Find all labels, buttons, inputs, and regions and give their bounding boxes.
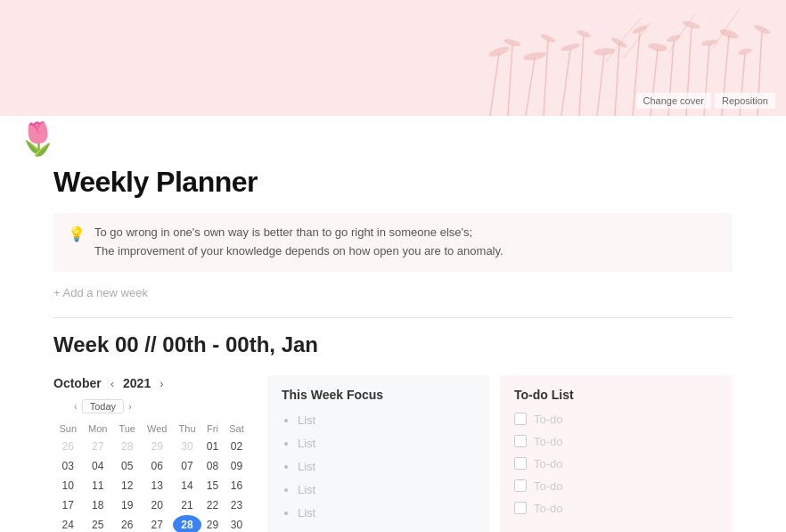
reposition-button[interactable]: Reposition xyxy=(715,93,775,109)
calendar-day[interactable]: 30 xyxy=(173,437,201,456)
focus-list: ListListListListList xyxy=(282,413,475,522)
focus-list-item[interactable]: List xyxy=(298,482,475,498)
todo-label[interactable]: To-do xyxy=(534,457,563,471)
week-title: Week 00 // 00th - 00th, Jan xyxy=(53,332,733,357)
calendar-day[interactable]: 22 xyxy=(201,495,224,515)
calendar-day[interactable]: 21 xyxy=(173,495,201,515)
next-month-button[interactable]: › xyxy=(156,375,167,392)
quote-icon: 💡 xyxy=(68,225,86,242)
calendar-day[interactable]: 17 xyxy=(53,495,82,515)
calendar-today-row: ‹ Today › xyxy=(71,399,250,413)
todo-list-item: To-do xyxy=(514,457,718,471)
calendar-day[interactable]: 04 xyxy=(82,456,113,476)
focus-list-item[interactable]: List xyxy=(298,459,475,475)
calendar-day[interactable]: 28 xyxy=(173,515,201,532)
calendar-day[interactable]: 13 xyxy=(141,476,173,495)
todo-panel: To-do List To-doTo-doTo-doTo-doTo-do xyxy=(500,375,733,532)
calendar-day[interactable]: 23 xyxy=(224,495,250,515)
cal-header-thu: Thu xyxy=(173,421,201,437)
calendar-day[interactable]: 19 xyxy=(113,495,141,515)
focus-panel: This Week Focus ListListListListList xyxy=(267,375,489,532)
calendar-day[interactable]: 05 xyxy=(113,456,141,476)
quote-text: To go wrong in one's own way is better t… xyxy=(94,224,504,261)
focus-list-item[interactable]: List xyxy=(298,413,475,429)
calendar-day[interactable]: 15 xyxy=(201,476,224,495)
todo-list-item: To-do xyxy=(514,502,718,515)
calendar-day[interactable]: 26 xyxy=(113,515,141,532)
calendar-day[interactable]: 30 xyxy=(224,515,250,532)
todo-checkbox[interactable] xyxy=(514,435,527,447)
week-grid: October ‹ 2021 › ‹ Today › Sun Mon Tue xyxy=(53,375,733,532)
focus-panel-title: This Week Focus xyxy=(282,388,475,402)
calendar-day[interactable]: 12 xyxy=(113,476,141,495)
todo-checkbox[interactable] xyxy=(514,479,527,492)
calendar-day[interactable]: 26 xyxy=(53,437,82,456)
cover-image: Change cover Reposition xyxy=(0,0,786,116)
todo-checkbox[interactable] xyxy=(514,457,527,470)
calendar-day[interactable]: 07 xyxy=(173,456,201,476)
calendar-day[interactable]: 16 xyxy=(224,476,250,495)
cal-header-sat: Sat xyxy=(224,421,250,437)
cal-header-fri: Fri xyxy=(201,421,224,437)
calendar-day[interactable]: 27 xyxy=(82,437,113,456)
calendar-day[interactable]: 25 xyxy=(82,515,113,532)
cal-header-wed: Wed xyxy=(141,421,173,437)
calendar-day[interactable]: 09 xyxy=(224,456,250,476)
calendar-day[interactable]: 18 xyxy=(82,495,113,515)
calendar-day[interactable]: 06 xyxy=(141,456,173,476)
focus-list-item[interactable]: List xyxy=(298,436,475,452)
todo-panel-title: To-do List xyxy=(514,388,718,402)
todo-checkbox[interactable] xyxy=(514,413,527,425)
todo-list: To-doTo-doTo-doTo-doTo-do xyxy=(514,413,718,515)
todo-label[interactable]: To-do xyxy=(534,479,563,493)
todo-label[interactable]: To-do xyxy=(534,502,563,515)
calendar-day[interactable]: 10 xyxy=(53,476,82,495)
calendar-day[interactable]: 28 xyxy=(113,437,141,456)
calendar-day[interactable]: 27 xyxy=(141,515,173,532)
next-week-button[interactable]: › xyxy=(126,400,135,413)
calendar-table: Sun Mon Tue Wed Thu Fri Sat 262728293001… xyxy=(53,421,250,532)
calendar-day[interactable]: 11 xyxy=(82,476,113,495)
cal-header-mon: Mon xyxy=(82,421,113,437)
calendar-day[interactable]: 29 xyxy=(141,437,173,456)
calendar-day[interactable]: 08 xyxy=(201,456,224,476)
calendar-day[interactable]: 01 xyxy=(201,437,224,456)
page-icon: 🌷 xyxy=(0,116,786,155)
quote-block: 💡 To go wrong in one's own way is better… xyxy=(53,213,733,272)
calendar-day[interactable]: 03 xyxy=(53,456,82,476)
calendar-day[interactable]: 29 xyxy=(201,515,224,532)
todo-list-item: To-do xyxy=(514,435,718,448)
prev-month-button[interactable]: ‹ xyxy=(107,375,118,392)
calendar-day[interactable]: 02 xyxy=(224,437,250,456)
focus-list-item[interactable]: List xyxy=(298,505,475,521)
week-section: Week 00 // 00th - 00th, Jan October ‹ 20… xyxy=(53,317,733,532)
todo-checkbox[interactable] xyxy=(514,502,527,514)
calendar-header: October ‹ 2021 › xyxy=(53,375,250,392)
prev-week-button[interactable]: ‹ xyxy=(71,400,80,413)
todo-list-item: To-do xyxy=(514,413,718,426)
calendar-day[interactable]: 20 xyxy=(141,495,173,515)
todo-label[interactable]: To-do xyxy=(534,435,563,448)
calendar-day[interactable]: 14 xyxy=(173,476,201,495)
calendar-day[interactable]: 24 xyxy=(53,515,82,532)
todo-list-item: To-do xyxy=(514,479,718,493)
change-cover-button[interactable]: Change cover xyxy=(636,93,712,109)
page-title: Weekly Planner xyxy=(53,166,733,199)
cal-header-tue: Tue xyxy=(113,421,141,437)
calendar-panel: October ‹ 2021 › ‹ Today › Sun Mon Tue xyxy=(53,375,267,532)
cal-header-sun: Sun xyxy=(53,421,82,437)
today-button[interactable]: Today xyxy=(82,399,124,413)
todo-label[interactable]: To-do xyxy=(534,413,563,426)
calendar-month: October xyxy=(53,376,102,390)
calendar-year: 2021 xyxy=(123,376,151,390)
add-week-button[interactable]: + Add a new week xyxy=(53,286,733,299)
cover-buttons: Change cover Reposition xyxy=(636,93,775,109)
